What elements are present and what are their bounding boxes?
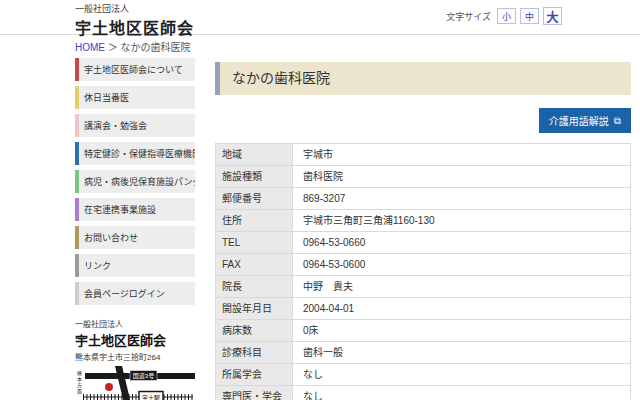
row-label: 専門医・学会認定医の名称 — [216, 386, 293, 400]
sidebar-item-label: 在宅連携事業施設 — [84, 205, 156, 215]
sidebar-item[interactable]: 休日当番医 — [75, 86, 195, 109]
table-row: 病床数0床 — [216, 320, 631, 342]
map-direction-label: 熊本方面 — [76, 371, 83, 395]
table-row: FAX0964-53-0600 — [216, 254, 631, 276]
row-label: 施設種類 — [216, 166, 293, 188]
breadcrumb-current: なかの歯科医院 — [121, 42, 191, 53]
font-size-control: 文字サイズ 小 中 大 — [446, 7, 562, 25]
sidebar-item-label: 病児・病後児保育施設パンダ — [84, 177, 195, 187]
org-type-label: 一般社団法人 — [75, 2, 194, 15]
row-label: 診療科目 — [216, 342, 293, 364]
map-road-sign-label: 国道3号 — [133, 372, 154, 380]
row-label: 病床数 — [216, 320, 293, 342]
row-label: FAX — [216, 254, 293, 276]
row-value: 歯科一般 — [293, 342, 631, 364]
facility-info-table: 地域宇城市施設種類歯科医院郵便番号869-3207住所宇城市三角町三角浦1160… — [215, 143, 631, 400]
main-content: なかの歯科医院 介護用語解説 ⧉ 地域宇城市施設種類歯科医院郵便番号869-32… — [215, 62, 631, 400]
footer-org-type: 一般社団法人 — [75, 318, 195, 329]
sidebar-item-label: お問い合わせ — [84, 233, 138, 243]
row-value: 0964-53-0660 — [293, 232, 631, 254]
breadcrumb-home-link[interactable]: HOME — [75, 42, 105, 53]
row-label: 所属学会 — [216, 364, 293, 386]
table-row: 地域宇城市 — [216, 144, 631, 166]
facility-table-body: 地域宇城市施設種類歯科医院郵便番号869-3207住所宇城市三角町三角浦1160… — [216, 144, 631, 400]
row-label: 院長 — [216, 276, 293, 298]
breadcrumb: HOME ＞ なかの歯科医院 — [75, 39, 191, 54]
table-row: 郵便番号869-3207 — [216, 188, 631, 210]
sidebar-item-label: 講演会・勉強会 — [84, 121, 147, 131]
table-row: 住所宇城市三角町三角浦1160-130 — [216, 210, 631, 232]
table-row: 専門医・学会認定医の名称なし — [216, 386, 631, 400]
footer-address: 熊本県宇土市三拾町264 — [75, 351, 195, 362]
map-station-label: 宇土駅 — [142, 394, 160, 400]
row-value: 0964-53-0600 — [293, 254, 631, 276]
site-logo[interactable]: 一般社団法人 宇土地区医師会 — [75, 2, 194, 39]
font-size-large-button[interactable]: 大 — [543, 7, 562, 25]
row-label: 郵便番号 — [216, 188, 293, 210]
sidebar-item[interactable]: 講演会・勉強会 — [75, 114, 195, 137]
row-label: 住所 — [216, 210, 293, 232]
access-map-graphic: 国道3号 宇土駅 — [75, 366, 195, 400]
external-link-icon: ⧉ — [614, 116, 621, 126]
care-glossary-button[interactable]: 介護用語解説 ⧉ — [539, 108, 631, 133]
font-size-label: 文字サイズ — [446, 10, 491, 23]
row-value: 2004-04-01 — [293, 298, 631, 320]
table-row: 開設年月日2004-04-01 — [216, 298, 631, 320]
row-value: 歯科医院 — [293, 166, 631, 188]
sidebar-item[interactable]: 宇土地区医師会について — [75, 58, 195, 81]
breadcrumb-separator: ＞ — [108, 42, 118, 53]
row-value: なし — [293, 364, 631, 386]
row-label: 地域 — [216, 144, 293, 166]
site-header: 一般社団法人 宇土地区医師会 文字サイズ 小 中 大 — [0, 0, 640, 35]
sidebar-nav: 宇土地区医師会について休日当番医講演会・勉強会特定健診・保健指導医療機関病児・病… — [75, 58, 195, 305]
sidebar-item-label: 宇土地区医師会について — [84, 65, 183, 75]
sidebar-item[interactable]: 病児・病後児保育施設パンダ — [75, 170, 195, 193]
table-row: 院長中野 貴夫 — [216, 276, 631, 298]
sidebar-item[interactable]: お問い合わせ — [75, 226, 195, 249]
sidebar-footer: 一般社団法人 宇土地区医師会 熊本県宇土市三拾町264 国道3号 宇土駅 熊本方… — [75, 318, 195, 400]
sidebar-item-label: 会員ページログイン — [84, 289, 165, 299]
row-value: 宇城市三角町三角浦1160-130 — [293, 210, 631, 232]
sidebar-item[interactable]: 在宅連携事業施設 — [75, 198, 195, 221]
row-value: 中野 貴夫 — [293, 276, 631, 298]
row-label: TEL — [216, 232, 293, 254]
map-location-marker-icon — [105, 383, 113, 391]
row-value: 869-3207 — [293, 188, 631, 210]
table-row: 診療科目歯科一般 — [216, 342, 631, 364]
sidebar-item[interactable]: 会員ページログイン — [75, 282, 195, 305]
sidebar: 宇土地区医師会について休日当番医講演会・勉強会特定健診・保健指導医療機関病児・病… — [75, 58, 195, 400]
table-row: 施設種類歯科医院 — [216, 166, 631, 188]
sidebar-item[interactable]: リンク — [75, 254, 195, 277]
sidebar-item[interactable]: 特定健診・保健指導医療機関 — [75, 142, 195, 165]
toolbar: 介護用語解説 ⧉ — [215, 108, 631, 132]
footer-org-name: 宇土地区医師会 — [75, 330, 195, 349]
row-value: なし — [293, 386, 631, 400]
row-value: 宇城市 — [293, 144, 631, 166]
table-row: TEL0964-53-0660 — [216, 232, 631, 254]
sidebar-item-label: リンク — [84, 261, 111, 271]
sidebar-item-label: 休日当番医 — [84, 93, 129, 103]
access-map: 国道3号 宇土駅 熊本方面 — [75, 366, 195, 400]
sidebar-item-label: 特定健診・保健指導医療機関 — [84, 149, 195, 159]
row-value: 0床 — [293, 320, 631, 342]
care-glossary-button-label: 介護用語解説 — [549, 113, 609, 128]
row-label: 開設年月日 — [216, 298, 293, 320]
org-name-title: 宇土地区医師会 — [75, 15, 194, 39]
page-title: なかの歯科医院 — [215, 62, 631, 95]
font-size-medium-button[interactable]: 中 — [520, 8, 539, 24]
font-size-small-button[interactable]: 小 — [497, 8, 516, 24]
table-row: 所属学会なし — [216, 364, 631, 386]
